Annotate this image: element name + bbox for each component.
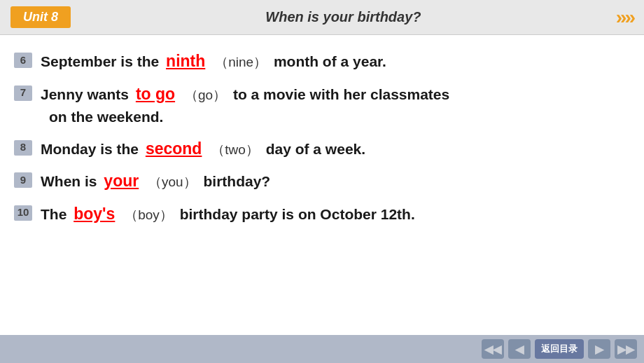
text-before-9: When is	[41, 173, 97, 189]
num-badge-10: 10	[14, 205, 32, 221]
home-button[interactable]: 返回目录	[535, 339, 584, 359]
exercise-row-9: 9 When is your （you） birthday?	[14, 169, 623, 193]
prev-prev-button[interactable]: ◀◀	[482, 339, 504, 359]
hint-8: （two）	[211, 142, 259, 157]
unit-badge: Unit 8	[10, 6, 71, 28]
continuation-7: on the weekend.	[14, 106, 623, 128]
text-after-7: to a movie with her classmates	[233, 86, 449, 102]
answer-7: to go	[136, 85, 175, 103]
num-badge-8: 8	[14, 140, 32, 156]
text-after-9: birthday?	[204, 173, 271, 189]
exercise-row-8: 8 Monday is the second （two） day of a we…	[14, 137, 623, 161]
sentence-10: The boy's （boy） birthday party is on Oct…	[41, 202, 415, 226]
chevron-icon[interactable]: »»	[616, 6, 634, 29]
hint-7: （go）	[185, 88, 226, 102]
footer: ◀◀ ◀ 返回目录 ▶ ▶▶	[0, 335, 644, 363]
exercise-row-6: 6 September is the ninth （nine） month of…	[14, 49, 623, 74]
hint-10: （boy）	[125, 207, 173, 222]
text-after-8: day of a week.	[266, 141, 365, 157]
exercise-row-7: 7 Jenny wants to go （go） to a movie with…	[14, 82, 623, 128]
next-button[interactable]: ▶	[588, 339, 610, 359]
text-before-7: Jenny wants	[41, 86, 129, 102]
sentence-9: When is your （you） birthday?	[41, 169, 270, 193]
sentence-6: September is the ninth （nine） month of a…	[41, 49, 386, 74]
text-before-6: September is the	[41, 53, 159, 69]
sentence-7: Jenny wants to go （go） to a movie with h…	[41, 82, 449, 107]
exercise-row-10: 10 The boy's （boy） birthday party is on …	[14, 202, 623, 226]
header: Unit 8 When is your birthday? »»	[0, 0, 644, 35]
hint-6: （nine）	[215, 55, 267, 69]
next-next-button[interactable]: ▶▶	[615, 339, 637, 359]
num-badge-9: 9	[14, 172, 32, 188]
answer-8: second	[146, 139, 202, 158]
text-before-8: Monday is the	[41, 141, 139, 157]
num-badge-7: 7	[14, 85, 32, 101]
answer-10: boy's	[74, 205, 115, 223]
content-area: 6 September is the ninth （nine） month of…	[0, 35, 644, 335]
num-badge-6: 6	[14, 53, 32, 68]
page-title: When is your birthday?	[71, 9, 616, 25]
answer-9: your	[104, 172, 139, 190]
text-before-10: The	[41, 206, 66, 222]
hint-9: （you）	[148, 174, 197, 189]
text-after-10: birthday party is on October 12th.	[180, 206, 415, 222]
sentence-8: Monday is the second （two） day of a week…	[41, 137, 365, 161]
text-after-6: month of a year.	[274, 53, 386, 69]
answer-6: ninth	[166, 52, 205, 70]
prev-button[interactable]: ◀	[508, 339, 531, 359]
